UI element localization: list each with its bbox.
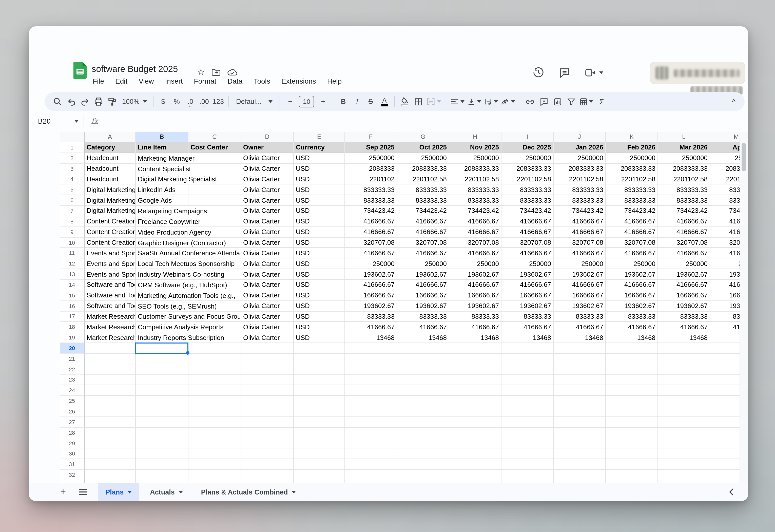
tab-actuals[interactable]: Actuals	[143, 483, 190, 501]
empty-cell[interactable]	[502, 438, 554, 449]
empty-cell[interactable]	[188, 428, 241, 438]
menu-help[interactable]: Help	[322, 76, 347, 86]
empty-cell[interactable]	[294, 406, 345, 417]
empty-cell[interactable]	[397, 438, 449, 449]
header-cell-nov-2025[interactable]: Nov 2025	[449, 142, 502, 153]
empty-cell[interactable]	[449, 428, 502, 438]
row-header-30[interactable]: 30	[60, 449, 85, 459]
cell-oct-2025[interactable]: 250000	[397, 258, 449, 269]
empty-cell[interactable]	[294, 385, 345, 396]
cell-category[interactable]: Market Research	[85, 332, 136, 343]
selected-cell-B20[interactable]	[135, 343, 188, 354]
cell-category[interactable]: Market Research	[85, 322, 136, 333]
empty-cell[interactable]	[554, 364, 606, 375]
cell-currency[interactable]: USD	[294, 206, 345, 216]
cell-nov-2025[interactable]: 734423.42	[449, 206, 502, 216]
cell-oct-2025[interactable]: 833333.33	[397, 195, 449, 206]
empty-cell[interactable]	[136, 354, 188, 364]
empty-cell[interactable]	[449, 459, 502, 470]
cell-category[interactable]: Content Creation	[85, 237, 136, 248]
cell-nov-2025[interactable]: 41666.67	[449, 322, 502, 333]
empty-cell[interactable]	[345, 406, 397, 417]
cell-owner[interactable]: Olivia Carter	[241, 163, 294, 174]
empty-cell[interactable]	[345, 385, 397, 396]
cell-nov-2025[interactable]: 13468	[449, 332, 502, 343]
empty-cell[interactable]	[502, 459, 554, 470]
column-header-A[interactable]: A	[85, 132, 136, 142]
increase-decimal-icon[interactable]: .00→	[197, 95, 211, 108]
empty-cell[interactable]	[397, 470, 449, 480]
cell-mar-2026[interactable]: 250000	[658, 258, 710, 269]
hide-toolbar-icon[interactable]: ^	[732, 97, 736, 106]
row-header-3[interactable]: 3	[60, 163, 85, 174]
empty-cell[interactable]	[345, 354, 397, 364]
cell-feb-2026[interactable]: 166666.67	[606, 290, 658, 301]
cell-jan-2026[interactable]: 250000	[554, 258, 606, 269]
row-header-6[interactable]: 6	[60, 195, 85, 206]
empty-cell[interactable]	[449, 385, 502, 396]
cell-sep-2025[interactable]: 166666.67	[345, 290, 397, 301]
cell-jan-2026[interactable]: 83333.33	[554, 311, 606, 322]
empty-cell[interactable]	[136, 459, 188, 470]
cell-mar-2026[interactable]: 2201102.58	[658, 174, 710, 185]
cell-category[interactable]: Headcount	[85, 174, 136, 185]
create-filter-icon[interactable]	[565, 95, 578, 108]
menu-edit[interactable]: Edit	[110, 76, 133, 86]
cell-currency[interactable]: USD	[294, 332, 345, 343]
cell-sep-2025[interactable]: 416666.67	[345, 280, 397, 290]
empty-cell[interactable]	[85, 385, 136, 396]
empty-cell[interactable]	[502, 364, 554, 375]
cell-line-item[interactable]: Customer Surveys and Focus Groups	[136, 311, 188, 322]
cell-sep-2025[interactable]: 833333.33	[345, 195, 397, 206]
video-call-icon[interactable]	[585, 68, 596, 77]
cell-dec-2025[interactable]: 416666.67	[502, 248, 554, 258]
cell-mar-2026[interactable]: 833333.33	[658, 185, 710, 195]
font-select[interactable]: Defaul...	[232, 95, 277, 108]
text-rotate-icon[interactable]: A	[500, 95, 517, 108]
cell-currency[interactable]: USD	[294, 269, 345, 280]
header-cell-feb-2026[interactable]: Feb 2026	[606, 142, 658, 153]
cell-line-item[interactable]: Digital Marketing Specialist	[136, 174, 188, 185]
cell-category[interactable]: Market Research	[85, 311, 136, 322]
cell-currency[interactable]: USD	[294, 174, 345, 185]
row-header-12[interactable]: 12	[60, 258, 85, 269]
cell-feb-2026[interactable]: 193602.67	[606, 301, 658, 311]
cell-dec-2025[interactable]: 250000	[502, 258, 554, 269]
column-header-J[interactable]: J	[554, 132, 606, 142]
empty-cell[interactable]	[606, 449, 658, 459]
cell-currency[interactable]: USD	[294, 163, 345, 174]
row-header-22[interactable]: 22	[60, 364, 85, 375]
row-header-25[interactable]: 25	[60, 396, 85, 407]
cell-nov-2025[interactable]: 416666.67	[449, 216, 502, 227]
cell-jan-2026[interactable]: 13468	[554, 332, 606, 343]
row-header-32[interactable]: 32	[60, 470, 85, 480]
empty-cell[interactable]	[85, 406, 136, 417]
cell-mar-2026[interactable]: 166666.67	[658, 290, 710, 301]
bold-icon[interactable]: B	[336, 95, 350, 108]
cell-dec-2025[interactable]: 833333.33	[502, 185, 554, 195]
menu-insert[interactable]: Insert	[159, 76, 188, 86]
cell-currency[interactable]: USD	[294, 185, 345, 195]
version-history-icon[interactable]	[533, 67, 544, 78]
cell-line-item[interactable]: Local Tech Meetups Sponsorship	[136, 258, 188, 269]
empty-cell[interactable]	[397, 364, 449, 375]
empty-cell[interactable]	[449, 343, 502, 354]
cell-sep-2025[interactable]: 416666.67	[345, 248, 397, 258]
cell-jan-2026[interactable]: 2500000	[554, 153, 606, 164]
empty-cell[interactable]	[188, 364, 241, 375]
empty-cell[interactable]	[449, 470, 502, 480]
tab-menu-icon[interactable]	[292, 491, 296, 493]
cell-nov-2025[interactable]: 2201102.58	[449, 174, 502, 185]
cell-line-item[interactable]: SaaStr Annual Conference Attendance	[136, 248, 188, 258]
comments-icon[interactable]	[559, 67, 570, 78]
cell-nov-2025[interactable]: 416666.67	[449, 280, 502, 290]
cell-owner[interactable]: Olivia Carter	[241, 258, 294, 269]
cell-dec-2025[interactable]: 734423.42	[502, 206, 554, 216]
empty-cell[interactable]	[188, 449, 241, 459]
empty-cell[interactable]	[85, 438, 136, 449]
cell-oct-2025[interactable]: 13468	[397, 332, 449, 343]
cell-oct-2025[interactable]: 416666.67	[397, 248, 449, 258]
cell-oct-2025[interactable]: 41666.67	[397, 322, 449, 333]
cell-oct-2025[interactable]: 2201102.58	[397, 174, 449, 185]
empty-cell[interactable]	[85, 375, 136, 385]
